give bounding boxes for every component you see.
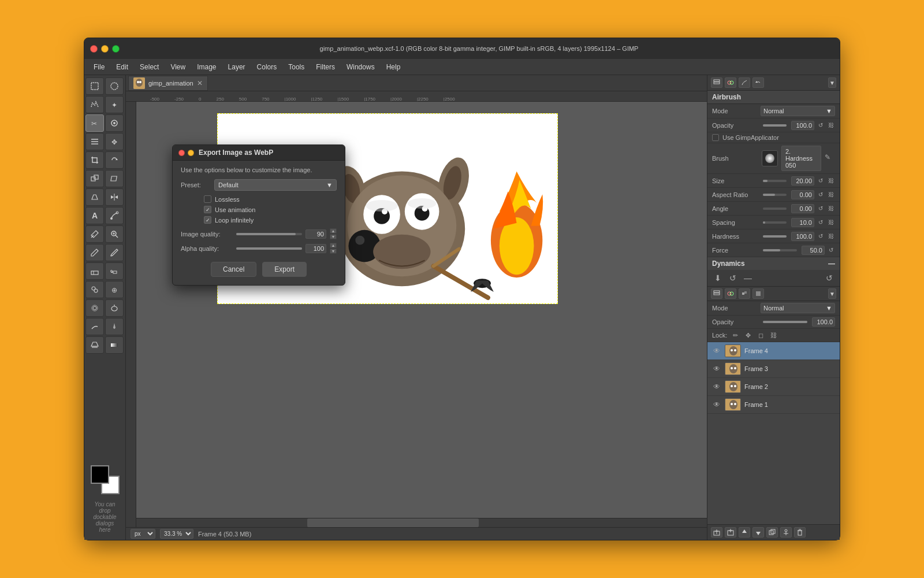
tool-airbrush[interactable] — [105, 262, 124, 280]
angle-link[interactable]: ⛓ — [827, 205, 835, 213]
hardness-reset[interactable]: ↺ — [817, 232, 825, 240]
layer-item-frame1[interactable]: 👁 Frame 1 — [707, 396, 840, 414]
panel-icon-paths[interactable] — [739, 77, 750, 88]
loop-infinitely-checkbox[interactable]: ✓ — [204, 216, 211, 224]
menu-layer[interactable]: Layer — [223, 61, 250, 73]
force-reset[interactable]: ↺ — [827, 246, 835, 254]
dynamics-icon-reset[interactable]: ↺ — [824, 272, 835, 284]
layer-visibility-frame1[interactable]: 👁 — [712, 400, 721, 409]
zoom-selector[interactable]: 33.3 % 50 % 100 % — [160, 529, 193, 539]
layers-opacity-slider[interactable] — [763, 321, 807, 323]
layer-item-frame4[interactable]: 👁 Frame 4 — [707, 342, 840, 360]
spacing-slider[interactable] — [763, 221, 787, 224]
use-animation-checkbox[interactable]: ✓ — [204, 206, 211, 213]
image-quality-down[interactable]: ▼ — [330, 234, 337, 239]
size-link[interactable]: ⛓ — [827, 177, 835, 185]
menu-edit[interactable]: Edit — [111, 61, 133, 73]
opacity-slider[interactable] — [763, 124, 787, 127]
lock-pixels-icon[interactable]: ✏ — [731, 331, 740, 340]
tool-ellipse-select[interactable] — [105, 77, 124, 95]
tool-ink[interactable] — [105, 318, 124, 335]
dynamics-icon-download[interactable]: ⬇ — [712, 272, 724, 284]
tool-free-select[interactable] — [85, 96, 104, 113]
tool-bucket-fill[interactable] — [85, 336, 104, 354]
tool-shear[interactable] — [105, 170, 124, 187]
lock-position-icon[interactable]: ✥ — [743, 331, 752, 340]
lossless-checkbox[interactable] — [204, 195, 211, 203]
dialog-close-btn[interactable] — [178, 150, 185, 156]
export-button[interactable]: Export — [262, 262, 307, 277]
brush-name[interactable]: 2. Hardness 050 — [781, 146, 821, 171]
tool-move[interactable]: ✥ — [105, 133, 124, 150]
force-slider[interactable] — [763, 249, 797, 251]
image-quality-slider[interactable] — [236, 233, 302, 235]
angle-slider[interactable] — [763, 208, 787, 210]
panel-icon-undo[interactable] — [752, 77, 764, 88]
alpha-quality-up[interactable]: ▲ — [330, 243, 337, 248]
tool-dodge-burn[interactable] — [105, 299, 124, 317]
layers-panel-menu[interactable]: ▼ — [828, 288, 836, 299]
size-slider[interactable] — [763, 180, 787, 182]
tool-eraser[interactable] — [85, 262, 104, 280]
foreground-color[interactable] — [91, 465, 109, 484]
layer-item-frame2[interactable]: 👁 Frame 2 — [707, 378, 840, 396]
new-layer-btn[interactable] — [725, 527, 736, 538]
tool-foreground-select[interactable] — [105, 114, 124, 132]
menu-help[interactable]: Help — [382, 61, 405, 73]
preset-selector[interactable]: Default ▼ — [214, 179, 337, 191]
duplicate-layer-btn[interactable] — [766, 527, 778, 538]
tool-smudge[interactable] — [85, 318, 104, 335]
unit-selector[interactable]: px mm in — [131, 529, 155, 539]
anchor-layer-btn[interactable] — [780, 527, 792, 538]
panel-menu-btn[interactable]: ▼ — [828, 77, 836, 88]
menu-windows[interactable]: Windows — [342, 61, 379, 73]
layer-visibility-frame2[interactable]: 👁 — [712, 382, 721, 391]
layers-icon-3[interactable] — [739, 288, 750, 299]
tool-blur[interactable] — [85, 299, 104, 317]
opacity-link[interactable]: ⛓ — [827, 121, 835, 129]
tool-fuzzy-select[interactable]: ✦ — [105, 96, 124, 113]
lower-layer-btn[interactable] — [752, 527, 764, 538]
image-tab-active[interactable]: gimp_animation ✕ — [128, 76, 208, 91]
brush-edit-btn[interactable]: ✎ — [825, 153, 835, 164]
lock-alpha-icon[interactable]: ◻ — [756, 331, 765, 340]
size-reset[interactable]: ↺ — [817, 177, 825, 185]
dialog-min-btn[interactable] — [188, 150, 194, 156]
layer-visibility-frame3[interactable]: 👁 — [712, 364, 721, 373]
angle-reset[interactable]: ↺ — [817, 205, 825, 213]
menu-select[interactable]: Select — [135, 61, 163, 73]
aspect-ratio-reset[interactable]: ↺ — [817, 191, 825, 199]
lock-all-icon[interactable]: ⛓ — [769, 331, 778, 340]
menu-colors[interactable]: Colors — [252, 61, 282, 73]
tool-healing[interactable]: ⊕ — [105, 281, 124, 298]
tool-zoom[interactable] — [105, 225, 124, 243]
tool-rotate[interactable] — [105, 151, 124, 169]
tool-scale[interactable] — [85, 170, 104, 187]
tool-perspective[interactable] — [85, 188, 104, 206]
scrollbar-horizontal[interactable] — [136, 518, 707, 527]
layer-item-frame3[interactable]: 👁 Frame 3 — [707, 360, 840, 378]
close-button[interactable] — [90, 45, 98, 53]
hardness-link[interactable]: ⛓ — [827, 232, 835, 240]
alpha-quality-down[interactable]: ▼ — [330, 249, 337, 254]
opacity-reset[interactable]: ↺ — [817, 121, 825, 129]
layers-icon-4[interactable] — [752, 288, 764, 299]
panel-icon-layers[interactable] — [711, 77, 722, 88]
new-layer-group-btn[interactable] — [711, 527, 722, 538]
tool-clone[interactable] — [85, 281, 104, 298]
raise-layer-btn[interactable] — [739, 527, 750, 538]
cancel-button[interactable]: Cancel — [211, 262, 256, 277]
dynamics-icon-minus[interactable]: — — [742, 272, 754, 284]
panel-icon-channels[interactable] — [725, 77, 736, 88]
hardness-slider[interactable] — [763, 235, 787, 238]
mode-dropdown[interactable]: Normal ▼ — [761, 106, 835, 116]
layers-icon-mode[interactable] — [725, 288, 736, 299]
dynamics-icon-refresh[interactable]: ↺ — [727, 272, 739, 284]
spacing-link[interactable]: ⛓ — [827, 218, 835, 227]
menu-file[interactable]: File — [89, 61, 109, 73]
menu-tools[interactable]: Tools — [284, 61, 309, 73]
delete-layer-btn[interactable] — [794, 527, 806, 538]
tool-flip[interactable] — [105, 188, 124, 206]
fg-bg-color-picker[interactable] — [91, 465, 120, 494]
tool-blend[interactable] — [105, 336, 124, 354]
